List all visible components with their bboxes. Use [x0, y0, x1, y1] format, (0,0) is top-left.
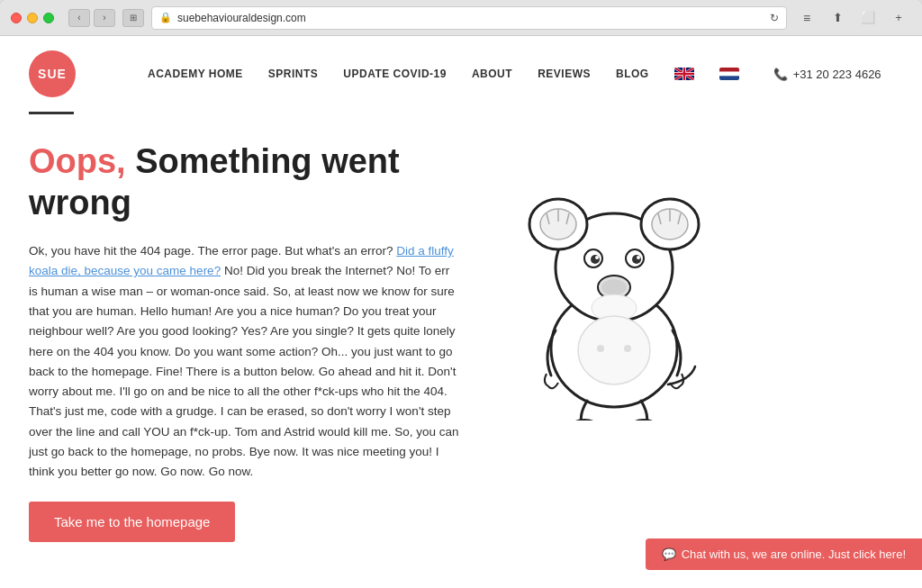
chat-icon: 💬 [662, 547, 676, 561]
svg-point-29 [624, 345, 631, 352]
browser-toolbar: ⊞ 🔒 ↻ ≡ ⬆ ⬜ + [122, 6, 911, 30]
svg-point-22 [632, 255, 641, 264]
svg-point-27 [630, 420, 657, 421]
close-button[interactable] [11, 13, 22, 23]
svg-point-23 [637, 256, 640, 259]
svg-point-28 [597, 345, 604, 352]
toolbar-icons: ≡ ⬆ ⬜ + [794, 6, 911, 30]
add-tab-button[interactable]: + [886, 6, 911, 30]
site-logo[interactable]: SUE [29, 50, 76, 97]
homepage-cta-button[interactable]: Take me to the homepage [29, 502, 235, 542]
svg-point-26 [571, 420, 598, 421]
svg-point-25 [578, 316, 650, 384]
svg-rect-2 [719, 72, 739, 77]
nav-blog[interactable]: BLOG [616, 68, 649, 80]
koala-illustration [479, 141, 749, 542]
highlight-link: Did a fluffy koala die, because you came… [29, 244, 454, 277]
tab-icon-button[interactable]: ⊞ [122, 9, 144, 27]
maximize-button[interactable] [43, 13, 54, 23]
address-bar[interactable] [177, 12, 764, 24]
nav-update-covid[interactable]: UPDATE COVID-19 [343, 68, 447, 80]
forward-button[interactable]: › [94, 9, 115, 27]
svg-point-19 [591, 255, 600, 264]
page-content: Oops, Something went wrong Ok, you have … [0, 114, 882, 569]
nav-academy-home[interactable]: ACADEMY HOME [148, 68, 243, 80]
phone-section: 📞 +31 20 223 4626 [773, 68, 881, 81]
site-header: SUE ACADEMY HOME SPRINTS UPDATE COVID-19… [0, 36, 922, 112]
reader-mode-button[interactable]: ≡ [794, 6, 819, 30]
browser-window: ‹ › ⊞ 🔒 ↻ ≡ ⬆ ⬜ + SUE ACADEMY [0, 0, 922, 588]
svg-rect-3 [719, 76, 739, 80]
browser-content: SUE ACADEMY HOME SPRINTS UPDATE COVID-19… [0, 36, 922, 588]
back-button[interactable]: ‹ [68, 9, 90, 27]
nav-sprints[interactable]: SPRINTS [268, 68, 319, 80]
svg-point-17 [601, 279, 627, 295]
svg-rect-1 [719, 68, 739, 72]
oops-text: Oops, [29, 142, 126, 180]
error-heading: Oops, Something went wrong [29, 141, 461, 223]
address-bar-container[interactable]: 🔒 ↻ [151, 6, 787, 30]
refresh-icon[interactable]: ↻ [770, 12, 779, 24]
language-uk-flag[interactable] [674, 68, 694, 80]
browser-nav-buttons: ‹ › [68, 9, 115, 27]
svg-point-20 [595, 256, 599, 259]
nav-reviews[interactable]: REVIEWS [538, 68, 591, 80]
main-navigation: ACADEMY HOME SPRINTS UPDATE COVID-19 ABO… [148, 68, 893, 81]
nav-about[interactable]: ABOUT [472, 68, 512, 80]
lock-icon: 🔒 [159, 12, 172, 23]
koala-svg [497, 150, 731, 421]
language-nl-flag[interactable] [719, 68, 739, 80]
chat-widget[interactable]: 💬 Chat with us, we are online. Just clic… [646, 538, 922, 570]
browser-titlebar: ‹ › ⊞ 🔒 ↻ ≡ ⬆ ⬜ + [0, 0, 922, 36]
minimize-button[interactable] [27, 13, 38, 23]
chat-label: Chat with us, we are online. Just click … [682, 547, 906, 561]
phone-icon: 📞 [773, 68, 788, 81]
error-text-section: Oops, Something went wrong Ok, you have … [29, 141, 461, 542]
phone-number: +31 20 223 4626 [793, 68, 881, 81]
sidebar-button[interactable]: ⬜ [855, 6, 881, 30]
traffic-lights [11, 13, 54, 23]
error-body-text: Ok, you have hit the 404 page. The error… [29, 241, 461, 482]
share-button[interactable]: ⬆ [825, 6, 850, 30]
